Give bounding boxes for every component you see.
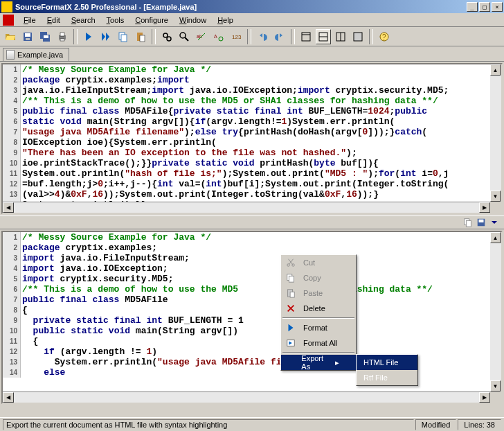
- dropdown-icon[interactable]: [489, 217, 500, 228]
- scroll-left-icon[interactable]: ◀: [3, 392, 14, 403]
- menu-help[interactable]: Help: [212, 15, 239, 26]
- editor-pane-bottom[interactable]: 1/* Messy Source Example for Java */2pac…: [1, 231, 503, 404]
- code-text[interactable]: static void main(String argv[]){if(argv.…: [21, 116, 395, 127]
- minimize-button[interactable]: _: [467, 2, 478, 12]
- save-button[interactable]: [20, 29, 35, 44]
- scroll-right-icon[interactable]: ▶: [479, 392, 490, 403]
- save-all-button[interactable]: [37, 29, 53, 44]
- scroll-down-icon[interactable]: ▼: [490, 380, 501, 392]
- close-button[interactable]: ×: [492, 2, 503, 12]
- context-menu-item[interactable]: Rtf File: [357, 370, 417, 385]
- editor-pane-top[interactable]: 1/* Messy Source Example for Java */2pac…: [1, 63, 503, 214]
- code-text[interactable]: =buf.length;j>0;i++,j--){int val=(int)bu…: [21, 179, 449, 189]
- code-line[interactable]: 1/* Messy Source Example for Java */: [3, 232, 501, 243]
- code-line[interactable]: 10 public static void main(String argv[]…: [3, 326, 501, 336]
- code-text[interactable]: {: [21, 305, 28, 315]
- code-line[interactable]: 9"There has been an IO exception to the …: [3, 148, 501, 158]
- undo-button[interactable]: [255, 29, 270, 44]
- menu-configure[interactable]: Configure: [129, 15, 174, 26]
- code-text[interactable]: java.io.FileInputStream;import java.io.I…: [21, 85, 449, 96]
- context-menu-item[interactable]: Format: [281, 320, 356, 335]
- scroll-right-icon[interactable]: ▶: [479, 202, 490, 213]
- code-line[interactable]: 12 if (argv.length != 1): [3, 346, 501, 357]
- context-menu[interactable]: CutCopyPasteDeleteFormatFormat AllExport…: [280, 254, 357, 371]
- redo-button[interactable]: [272, 29, 287, 44]
- code-text[interactable]: else: [21, 367, 65, 378]
- replace-button[interactable]: ab: [194, 29, 209, 44]
- code-text[interactable]: public final class MD5AFile{private stat…: [21, 106, 427, 116]
- code-line[interactable]: 14 else: [3, 367, 501, 378]
- code-text[interactable]: {: [21, 336, 38, 346]
- code-line[interactable]: 2package cryptix.examples;import: [3, 75, 501, 85]
- code-text[interactable]: /* Messy Source Example for Java */: [21, 232, 211, 243]
- view2-button[interactable]: [316, 29, 331, 44]
- paste-button[interactable]: [133, 29, 148, 44]
- code-text[interactable]: IOException ioe){System.err.println(: [21, 137, 217, 148]
- code-text[interactable]: /** This is a demo of how to use the MD5…: [21, 96, 438, 106]
- code-line[interactable]: 12=buf.length;j>0;i++,j--){int val=(int)…: [3, 179, 501, 189]
- help-button[interactable]: ?: [377, 29, 392, 44]
- maximize-button[interactable]: □: [479, 2, 490, 12]
- code-line[interactable]: 11 {: [3, 336, 501, 346]
- code-line[interactable]: 11System.out.println("hash of file is;")…: [3, 168, 501, 179]
- copy-button[interactable]: [116, 29, 131, 44]
- context-menu-item[interactable]: HTML File: [357, 355, 417, 370]
- code-line[interactable]: 7"usage java MD5Afile filename");else tr…: [3, 127, 501, 137]
- scroll-left-icon[interactable]: ◀: [3, 202, 14, 213]
- save-result-icon[interactable]: [476, 217, 487, 228]
- view4-button[interactable]: [350, 29, 366, 44]
- code-line[interactable]: 6/** This is a demo of how to use the MD…: [3, 284, 501, 294]
- menu-window[interactable]: Window: [174, 15, 212, 26]
- run-all-button[interactable]: [98, 29, 114, 44]
- goto-button[interactable]: 123: [228, 29, 244, 44]
- code-line[interactable]: 4/** This is a demo of how to use the MD…: [3, 96, 501, 106]
- view3-button[interactable]: [333, 29, 348, 44]
- code-line[interactable]: 10ioe.printStackTrace();}}private static…: [3, 158, 501, 168]
- code-text[interactable]: "There has been an IO exception to the f…: [21, 148, 357, 158]
- menu-search[interactable]: Search: [66, 15, 101, 26]
- code-text[interactable]: public static void main(String argv[]): [21, 326, 238, 336]
- context-menu-item[interactable]: Export As▸HTML FileRtf File: [281, 355, 356, 370]
- code-text[interactable]: /** This is a demo of how to use the MD5…: [21, 284, 433, 294]
- menu-edit[interactable]: Edit: [42, 15, 66, 26]
- code-text[interactable]: /* Messy Source Example for Java */: [21, 64, 211, 75]
- context-menu-item[interactable]: Format All: [281, 335, 356, 351]
- context-submenu[interactable]: HTML FileRtf File: [356, 354, 418, 386]
- context-menu-item[interactable]: Delete: [281, 301, 356, 316]
- code-text[interactable]: package cryptix.examples;import: [21, 75, 190, 85]
- scroll-up-icon[interactable]: ▲: [490, 232, 501, 243]
- tab-example[interactable]: Example.java: [3, 48, 69, 61]
- open-button[interactable]: [3, 29, 18, 44]
- print-button[interactable]: [55, 29, 70, 44]
- code-text[interactable]: "usage java MD5Afile filename");else try…: [21, 127, 427, 137]
- code-line[interactable]: 6static void main(String argv[]){if(argv…: [3, 116, 501, 127]
- code-line[interactable]: 3import java.io.FileInputStream;: [3, 253, 501, 263]
- code-text[interactable]: ioe.printStackTrace();}}private static v…: [21, 158, 379, 168]
- find-next-button[interactable]: [177, 29, 192, 44]
- copy-result-icon[interactable]: [462, 217, 474, 228]
- scroll-down-icon[interactable]: ▼: [490, 191, 501, 202]
- horizontal-scrollbar[interactable]: ◀▶: [3, 392, 490, 403]
- view1-button[interactable]: [298, 29, 314, 44]
- code-line[interactable]: 2package cryptix.examples;: [3, 243, 501, 253]
- code-text[interactable]: (val>>4)&0xF,16));System.out.print(Integ…: [21, 189, 379, 200]
- find-in-files-button[interactable]: A: [211, 29, 226, 44]
- code-line[interactable]: 13(val>>4)&0xF,16));System.out.print(Int…: [3, 189, 501, 200]
- code-text[interactable]: if (argv.length != 1): [21, 346, 157, 357]
- code-text[interactable]: import java.io.FileInputStream;: [21, 253, 190, 263]
- code-line[interactable]: 4import java.io.IOException;: [3, 263, 501, 274]
- find-button[interactable]: [159, 29, 174, 44]
- code-line[interactable]: 5import cryptix.security.MD5;: [3, 274, 501, 284]
- code-line[interactable]: 8IOException ioe){System.err.println(: [3, 137, 501, 148]
- menu-tools[interactable]: Tools: [101, 15, 130, 26]
- app-menu-icon[interactable]: [3, 15, 14, 26]
- code-line[interactable]: 3java.io.FileInputStream;import java.io.…: [3, 85, 501, 96]
- horizontal-scrollbar[interactable]: ◀▶: [3, 202, 490, 213]
- code-line[interactable]: 5public final class MD5AFile{private sta…: [3, 106, 501, 116]
- vertical-scrollbar[interactable]: ▲▼: [490, 64, 501, 202]
- code-line[interactable]: 1/* Messy Source Example for Java */: [3, 64, 501, 75]
- code-line[interactable]: 13 System.err.println("usage java MD5Afi…: [3, 357, 501, 367]
- run-button[interactable]: [81, 29, 96, 44]
- code-line[interactable]: 7public final class MD5AFile: [3, 294, 501, 305]
- code-text[interactable]: import cryptix.security.MD5;: [21, 274, 173, 284]
